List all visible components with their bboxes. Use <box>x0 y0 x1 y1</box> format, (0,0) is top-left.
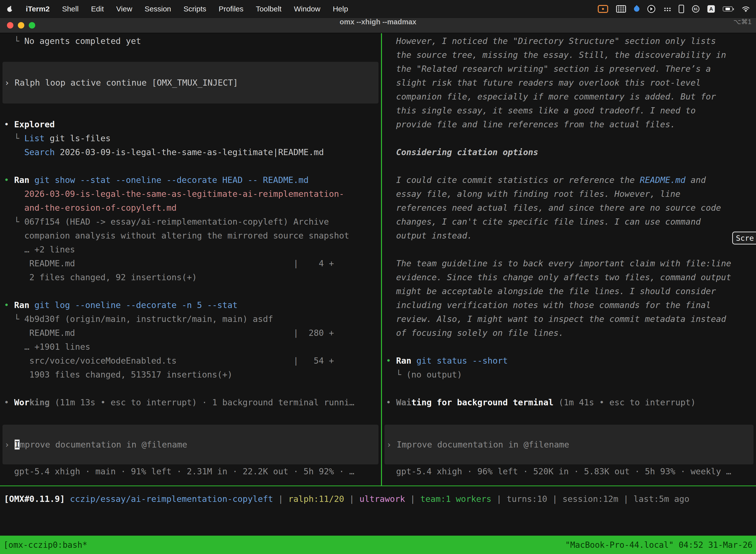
terminal-line: essay file, along with finding root file… <box>382 187 756 201</box>
text-segment: └ <box>4 133 24 143</box>
text-segment: 1903 files changed, 513517 insertions(+) <box>4 370 233 380</box>
menu-item-help[interactable]: Help <box>333 5 348 13</box>
terminal-line: • Ran git status --short <box>382 354 756 368</box>
text-segment: (1m 41s • esc to interrupt) <box>554 397 696 407</box>
menu-item-shell[interactable]: Shell <box>62 5 79 13</box>
terminal-output-left-top: └ No agents completed yet <box>0 34 381 48</box>
terminal-line: references need actual files, and since … <box>382 201 756 215</box>
menu-item-profiles[interactable]: Profiles <box>218 5 243 13</box>
menu-item-edit[interactable]: Edit <box>91 5 104 13</box>
text-segment: • <box>4 397 14 407</box>
composer-input-right[interactable]: › Improve documentation in @filename <box>384 425 754 464</box>
terminal-line: the "Related research writing" section i… <box>382 62 756 76</box>
wifi-icon[interactable] <box>742 6 750 12</box>
text-cursor: I <box>15 440 19 449</box>
menu-bar-left: iTerm2 Shell Edit View Session Scripts P… <box>6 5 348 13</box>
composer-input-left[interactable]: › Improve documentation in @filename <box>2 425 378 464</box>
text-segment: ultrawork <box>359 494 405 504</box>
terminal-line: └ (no output) <box>382 368 756 382</box>
screen-overlay-button[interactable]: Scre <box>732 232 756 244</box>
dots-grid-icon[interactable] <box>663 7 671 11</box>
battery-icon[interactable] <box>723 6 733 11</box>
terminal-line: 2026-03-09-is-legal-the-same-as-legitima… <box>0 187 381 201</box>
prompt-chevron: › <box>4 78 15 88</box>
terminal-line: └ 4b9d30f (origin/main, instructkr/main,… <box>0 312 381 326</box>
text-segment: the source tree, missing the essay. Stil… <box>386 50 726 60</box>
terminal-line: • Ran git log --oneline --decorate -n 5 … <box>0 298 381 312</box>
text-segment: team:1 workers <box>421 494 492 504</box>
gauge-icon[interactable]: 61 <box>692 5 699 13</box>
text-segment: 2026-03-09-is-legal-the-same-as-legitima… <box>24 189 344 199</box>
menu-app-name[interactable]: iTerm2 <box>26 5 50 13</box>
menu-item-window[interactable]: Window <box>294 5 320 13</box>
text-segment: … +1901 lines <box>4 342 90 352</box>
terminal-line: this single essay, it seems like a good … <box>382 104 756 117</box>
text-segment: companion analysis without altering the … <box>4 231 349 240</box>
terminal-line: Considering citation options <box>382 145 756 159</box>
screen-recording-icon[interactable] <box>598 5 608 13</box>
text-segment: • <box>4 119 14 129</box>
text-segment: The team guideline is to back every impo… <box>386 258 731 268</box>
terminal-line: provide file and line references from th… <box>382 117 756 131</box>
composer-placeholder: Improve documentation in @filename <box>397 440 569 449</box>
text-segment: src/voice/voiceModeEnabled.ts | 54 + <box>4 356 334 366</box>
terminal-line: src/voice/voiceModeEnabled.ts | 54 + <box>0 354 381 368</box>
tmux-pane-left[interactable]: └ No agents completed yet › Ralph loop a… <box>0 33 381 486</box>
text-segment: | <box>547 494 562 504</box>
text-segment: | <box>405 494 420 504</box>
text-segment: • <box>4 175 14 185</box>
agent-status-left: gpt-5.4 xhigh · main · 91% left · 2.31M … <box>0 464 381 478</box>
text-segment: | <box>618 494 633 504</box>
terminal-line: I could cite commit statistics or refere… <box>382 173 756 187</box>
keyboard-icon[interactable] <box>616 5 626 13</box>
agent-status-right: gpt-5.4 xhigh · 96% left · 520K in · 5.8… <box>382 464 756 478</box>
text-segment: └ 067f154 (HEAD -> essay/ai-reimplementa… <box>4 217 329 227</box>
text-segment: Wai <box>396 397 411 407</box>
menu-bar-status-icons: 61 A <box>598 5 750 13</box>
screen-capture-icon[interactable] <box>647 5 655 13</box>
text-segment: [OMX#0.11.9] <box>4 494 70 504</box>
text-segment: companion file, especially if more comme… <box>386 92 716 102</box>
text-segment: Considering citation options <box>386 147 538 157</box>
menu-item-scripts[interactable]: Scripts <box>184 5 206 13</box>
text-segment: (11m 13s • esc to interrupt) · 1 backgro… <box>50 397 354 407</box>
menu-item-view[interactable]: View <box>116 5 132 13</box>
text-segment: └ (no output) <box>386 370 462 380</box>
terminal-line: companion file, especially if more comme… <box>382 90 756 104</box>
menu-item-session[interactable]: Session <box>145 5 171 13</box>
terminal-line: • Ran git show --stat --oneline --decora… <box>0 173 381 187</box>
phone-icon[interactable] <box>679 5 684 13</box>
text-segment: ralph:11/20 <box>288 494 344 504</box>
input-source-icon[interactable]: A <box>707 5 715 13</box>
apple-menu-icon[interactable] <box>6 5 13 12</box>
text-segment: | <box>491 494 506 504</box>
terminal-line: • Explored <box>0 117 381 131</box>
terminal-line: evidence. Since this change only affects… <box>382 270 756 284</box>
text-segment <box>4 147 24 157</box>
tmux-session-label: [omx-cczip0:bash* <box>3 540 87 550</box>
text-segment: Ran <box>14 300 29 310</box>
tmux-pane-right[interactable]: However, I noticed the "Directory Struct… <box>382 33 756 486</box>
text-segment: and-the-erosion-of-copyleft.md <box>24 203 177 213</box>
window-title-bar[interactable]: omx --xhigh --madmax ⌥⌘1 <box>0 18 756 33</box>
terminal-line: [OMX#0.11.9] cczip/essay/ai-reimplementa… <box>0 492 756 506</box>
text-segment: review. Also, I might want to inspect th… <box>386 314 726 324</box>
terminal-line <box>0 284 381 298</box>
raindrop-icon[interactable] <box>633 5 640 13</box>
menu-item-toolbelt[interactable]: Toolbelt <box>256 5 281 13</box>
text-segment: … +2 lines <box>4 244 75 255</box>
text-segment: Ran <box>14 175 29 185</box>
terminal-line: • Working (11m 13s • esc to interrupt) ·… <box>0 395 381 409</box>
text-segment: git ls-files <box>45 133 111 143</box>
text-segment: README.md | 4 + <box>4 258 334 268</box>
window-title: omx --xhigh --madmax <box>0 18 756 26</box>
terminal-area[interactable]: └ No agents completed yet › Ralph loop a… <box>0 33 756 554</box>
text-segment: last:5m ago <box>633 494 689 504</box>
terminal-line: └ 067f154 (HEAD -> essay/ai-reimplementa… <box>0 215 381 229</box>
text-segment: I could cite commit statistics or refere… <box>386 175 640 185</box>
text-segment: Ran <box>396 356 411 366</box>
terminal-output-left: • Explored └ List git ls-files Search 20… <box>0 104 381 409</box>
tmux-status-bar: [omx-cczip0:bash* "MacBook-Pro-44.local"… <box>0 536 756 554</box>
terminal-line: README.md | 280 + <box>0 326 381 340</box>
terminal-line: companion analysis without altering the … <box>0 229 381 242</box>
